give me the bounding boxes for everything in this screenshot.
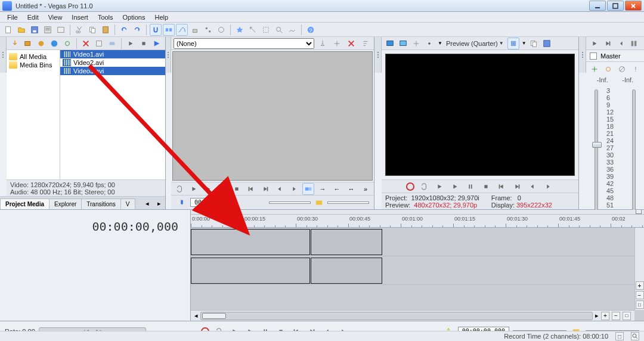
trimmer-media-select[interactable]: (None)	[174, 38, 314, 49]
menu-insert[interactable]: Insert	[67, 13, 93, 22]
go-to-start-button[interactable]	[496, 181, 507, 193]
preview-quality-dropdown[interactable]: Preview (Quarter)▼	[444, 40, 506, 47]
snapping-button[interactable]	[150, 24, 162, 36]
tab-explorer[interactable]: Explorer	[49, 199, 82, 209]
trimmer-loop-button[interactable]	[174, 183, 185, 195]
media-stop-button[interactable]	[138, 38, 150, 49]
zoom-in-button[interactable]: +	[601, 312, 609, 320]
render-button[interactable]	[55, 24, 67, 36]
trimmer-pin-button[interactable]	[317, 38, 329, 49]
zoom-tool-button[interactable]	[273, 24, 285, 36]
auto-crossfade-button[interactable]	[176, 24, 188, 36]
timeline-tracks[interactable]: 0:00:0000:00:1500:00:3000:00:4500:01:000…	[191, 210, 644, 321]
media-tree[interactable]: All Media Media Bins	[7, 50, 60, 179]
trimmer-go-start-button[interactable]	[245, 183, 257, 195]
mixer-downmix-button[interactable]	[628, 38, 640, 49]
tab-transitions[interactable]: Transitions	[81, 199, 121, 209]
window-minimize-button[interactable]	[589, 1, 606, 11]
next-frame-button[interactable]	[542, 181, 554, 193]
refresh-button[interactable]	[61, 38, 73, 49]
scrollbar-thumb[interactable]	[202, 313, 226, 319]
preview-split-button[interactable]	[423, 38, 435, 49]
status-zoom-button[interactable]	[631, 332, 639, 340]
play-button[interactable]	[449, 181, 461, 193]
chevron-down-icon[interactable]: ▼	[438, 41, 442, 46]
trimmer-more-button[interactable]: »	[360, 183, 371, 195]
trimmer-sort-button[interactable]	[360, 38, 371, 49]
dock-handle[interactable]	[0, 37, 7, 73]
window-close-button[interactable]	[625, 1, 642, 11]
trimmer-add-after-button[interactable]: →	[317, 183, 329, 195]
loop-playback-button[interactable]	[418, 181, 430, 193]
record-button[interactable]	[406, 182, 414, 191]
trimmer-next-frame-button[interactable]	[288, 183, 300, 195]
tree-all-media[interactable]: All Media	[9, 52, 57, 61]
trimmer-add-timeline-button[interactable]	[302, 183, 314, 195]
timeline-clip[interactable]	[311, 229, 382, 255]
media-file-list[interactable]: Video1.avi Video2.avi Video3.avi	[60, 50, 165, 179]
edit-tool-button[interactable]	[247, 24, 259, 36]
scroll-left-icon[interactable]: ◂	[194, 312, 198, 320]
web-button[interactable]	[48, 38, 60, 49]
tab-scroll-left[interactable]: ◂	[141, 197, 153, 209]
trimmer-fit-button[interactable]: ↔	[345, 183, 357, 195]
time-ruler[interactable]: 0:00:0000:00:1500:00:3000:00:4500:01:000…	[191, 215, 644, 228]
timeline-h-scrollbar[interactable]	[200, 312, 593, 320]
trimmer-selection-start[interactable]	[269, 202, 311, 204]
remove-button[interactable]	[80, 38, 92, 49]
trimmer-play-button[interactable]	[188, 183, 200, 195]
zoom-fit-button[interactable]: □	[623, 312, 631, 320]
dock-handle[interactable]	[166, 37, 171, 73]
mixer-settings-button[interactable]	[602, 63, 614, 75]
properties-button[interactable]	[42, 24, 54, 36]
media-fx-button[interactable]	[106, 38, 118, 49]
media-props-button[interactable]	[93, 38, 105, 49]
dock-handle[interactable]	[374, 37, 382, 73]
menu-tools[interactable]: Tools	[93, 13, 118, 22]
trimmer-fx-button[interactable]	[331, 38, 343, 49]
timeline-cursor-timecode[interactable]: 00:00:00,000	[0, 215, 190, 238]
trimmer-add-before-button[interactable]: ←	[331, 183, 343, 195]
select-tool-button[interactable]	[260, 24, 272, 36]
menu-help[interactable]: Help	[150, 13, 173, 22]
fader-thumb[interactable]	[592, 142, 602, 148]
trimmer-remove-button[interactable]	[345, 38, 357, 49]
timeline-clip[interactable]	[311, 258, 382, 284]
dock-handle[interactable]	[579, 37, 586, 73]
save-button[interactable]	[29, 24, 41, 36]
timeline-clip[interactable]	[191, 229, 310, 255]
mixer-solo-button[interactable]: !	[630, 63, 642, 75]
zoom-out-button[interactable]: −	[612, 312, 620, 320]
tab-more[interactable]: V	[120, 199, 135, 209]
menu-edit[interactable]: Edit	[23, 13, 44, 22]
trimmer-selection-length[interactable]	[327, 202, 369, 204]
chevron-down-icon[interactable]: ▼	[522, 41, 527, 46]
fx-button[interactable]	[234, 24, 246, 36]
track-row-video[interactable]	[191, 228, 644, 256]
pause-button[interactable]	[465, 181, 476, 193]
mixer-go-end-button[interactable]	[602, 38, 614, 49]
import-button[interactable]	[9, 38, 21, 49]
media-views-button[interactable]	[151, 38, 163, 49]
open-button[interactable]	[16, 24, 27, 36]
mixer-play-button[interactable]	[589, 38, 600, 49]
preview-ext-button[interactable]	[384, 38, 396, 49]
preview-save-snapshot-button[interactable]	[541, 38, 553, 49]
paste-button[interactable]	[100, 24, 112, 36]
track-fit-button[interactable]: □	[636, 300, 644, 309]
trimmer-display[interactable]	[172, 51, 373, 181]
trimmer-play-start-button[interactable]	[202, 183, 214, 195]
tab-project-media[interactable]: Project Media	[0, 199, 49, 209]
preview-output-button[interactable]	[397, 38, 409, 49]
media-file[interactable]: Video2.avi	[60, 58, 165, 67]
tab-scroll-right[interactable]: ▸	[153, 197, 165, 209]
preview-fx-button[interactable]	[410, 38, 422, 49]
media-file[interactable]: Video3.avi	[60, 67, 165, 75]
stop-button[interactable]	[480, 181, 492, 193]
track-height-dec-button[interactable]: −	[636, 291, 644, 299]
menu-view[interactable]: View	[44, 13, 67, 22]
trimmer-pause-button[interactable]	[216, 183, 228, 195]
mixer-dim-button[interactable]	[615, 38, 627, 49]
auto-ripple-button[interactable]	[163, 24, 175, 36]
preview-grid-button[interactable]	[507, 38, 519, 49]
